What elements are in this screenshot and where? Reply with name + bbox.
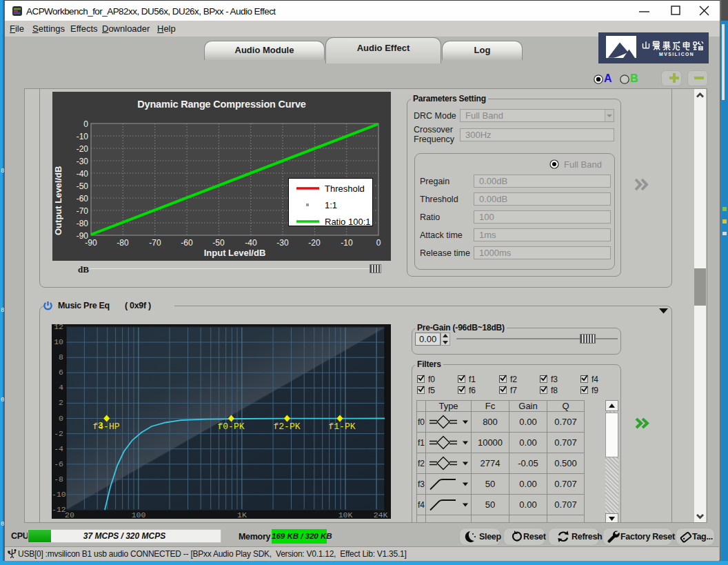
svg-text:MVSILICON: MVSILICON [659,52,694,57]
